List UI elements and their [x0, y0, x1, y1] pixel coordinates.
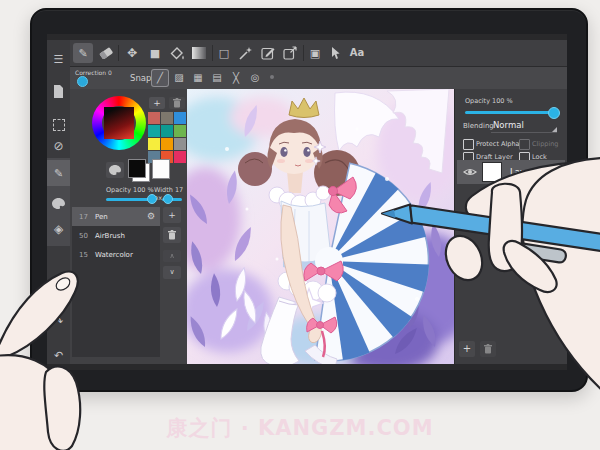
pen-tool-button[interactable]: ✎: [73, 43, 93, 63]
palette-swatch[interactable]: [148, 138, 160, 150]
palette-swatch[interactable]: [174, 125, 186, 137]
edit-button[interactable]: [258, 43, 278, 63]
snap-more-dot[interactable]: [270, 75, 274, 79]
layer-opacity-label: Opacity 100 %: [465, 97, 513, 105]
toolbar-divider: [303, 45, 304, 61]
top-toolbar: ✎ ✥ ■ □: [70, 40, 567, 67]
blending-underline: [491, 132, 557, 133]
export-button[interactable]: [280, 43, 300, 63]
brush-item-pen[interactable]: 17 Pen ⚙: [72, 207, 160, 226]
move-icon: ✥: [127, 47, 137, 59]
snap-hatch-icon: ▨: [174, 73, 183, 83]
snap-vanishing-button[interactable]: ╳: [228, 70, 244, 86]
add-brush-button[interactable]: +: [163, 207, 181, 223]
clipping-checkbox[interactable]: [519, 139, 530, 150]
redo-button[interactable]: ↷: [47, 310, 70, 332]
brush-up-button[interactable]: ∧: [163, 250, 181, 262]
brush-down-button[interactable]: ∨: [163, 266, 181, 279]
brush-width-knob[interactable]: [163, 194, 173, 204]
export-icon: [283, 46, 297, 60]
select-tool-button[interactable]: ■: [145, 43, 165, 63]
toolbar-divider: [212, 45, 213, 61]
correction-indicator[interactable]: [77, 76, 88, 87]
select-panel-button[interactable]: [47, 114, 70, 136]
left-sidebar: ☰ ⊘ ✎ ◈ ↷ ↶: [47, 40, 70, 364]
palette-grid: [148, 112, 188, 163]
chevron-up-icon: ∧: [169, 253, 174, 260]
layer-settings-gear-icon[interactable]: ⚙: [550, 167, 559, 177]
snap-horizontal-button[interactable]: ▤: [209, 70, 225, 86]
app-screen: ✎ ✥ ■ □: [47, 34, 567, 370]
gradient-icon: [192, 47, 206, 59]
protect-alpha-checkbox[interactable]: [463, 139, 474, 150]
palette-swatch[interactable]: [148, 112, 160, 124]
eraser-tool-button[interactable]: [96, 43, 116, 63]
palette-swatch[interactable]: [174, 138, 186, 150]
fill-bucket-button[interactable]: [167, 43, 187, 63]
snap-hlines-icon: ▤: [212, 73, 221, 83]
add-swatch-button[interactable]: +: [149, 97, 165, 109]
brush-item-airbrush[interactable]: 50 AirBrush: [72, 226, 160, 245]
menu-button[interactable]: ☰: [47, 48, 70, 70]
snap-diagonal-icon: ╱: [157, 73, 163, 83]
panels-button[interactable]: ▣: [305, 43, 325, 63]
brush-item-watercolor[interactable]: 15 Watercolor: [72, 245, 160, 264]
snap-radial-button[interactable]: ◎: [247, 70, 263, 86]
snap-radial-icon: ◎: [251, 73, 260, 83]
delete-swatch-button[interactable]: [169, 97, 185, 109]
brush-settings-gear-icon[interactable]: ⚙: [147, 212, 155, 221]
toolbar-divider: [118, 45, 119, 61]
canvas[interactable]: [187, 89, 454, 364]
shape-tool-button[interactable]: □: [214, 43, 234, 63]
palette-swatch[interactable]: [174, 112, 186, 124]
cursor-tool-button[interactable]: [325, 43, 345, 63]
visibility-eye-icon[interactable]: [463, 167, 477, 177]
palette-swatch[interactable]: [148, 125, 160, 137]
layer-row[interactable]: Layer ⚙: [457, 160, 565, 184]
transparent-color-swatch[interactable]: [152, 159, 170, 179]
chevron-down-icon: ∨: [169, 269, 174, 276]
brush-opacity-label: Opacity 100 %: [106, 186, 154, 194]
layer-opacity-slider[interactable]: [465, 111, 557, 114]
brush-name: Pen: [95, 213, 108, 221]
snap-parallel-button[interactable]: ╱: [152, 70, 168, 86]
text-tool-button[interactable]: Aa: [345, 43, 369, 63]
blending-label: Blending: [463, 122, 494, 130]
dropdown-corner-icon[interactable]: [552, 127, 557, 132]
eraser-icon: [99, 47, 113, 59]
deselect-button[interactable]: ⊘: [47, 135, 70, 157]
palette-swatch[interactable]: [174, 151, 186, 163]
palette-icon: [109, 165, 121, 175]
magic-wand-button[interactable]: [236, 43, 256, 63]
redo-icon: ↷: [54, 316, 63, 327]
brush-color-panel: +: [70, 89, 187, 364]
snap-grid-button[interactable]: ▦: [190, 70, 206, 86]
layer-opacity-knob[interactable]: [548, 107, 560, 119]
color-panel-tab[interactable]: [47, 192, 70, 214]
add-layer-button[interactable]: +: [459, 341, 475, 357]
delete-layer-button[interactable]: [480, 341, 496, 357]
text-tool-icon: Aa: [350, 48, 365, 58]
foreground-color-swatch[interactable]: [128, 159, 146, 178]
move-tool-button[interactable]: ✥: [122, 43, 142, 63]
brush-size: 17: [72, 213, 88, 221]
plus-icon: +: [153, 99, 161, 108]
snap-crosshatch-button[interactable]: ▨: [171, 70, 187, 86]
brush-opacity-knob[interactable]: [147, 194, 157, 204]
document-icon: [53, 85, 64, 98]
hsv-square[interactable]: [104, 107, 134, 139]
blending-select[interactable]: Normal: [493, 120, 524, 130]
palette-swatch[interactable]: [161, 112, 173, 124]
undo-button[interactable]: ↶: [47, 344, 70, 366]
gradient-tool-button[interactable]: [189, 43, 209, 63]
snap-grid-icon: ▦: [193, 73, 202, 83]
palette-mode-button[interactable]: [106, 162, 124, 178]
delete-brush-button[interactable]: [163, 227, 181, 243]
layers-panel-tab[interactable]: ◈: [47, 218, 70, 240]
palette-swatch[interactable]: [161, 138, 173, 150]
brush-size: 50: [72, 232, 88, 240]
new-file-button[interactable]: [47, 80, 70, 102]
palette-swatch[interactable]: [161, 125, 173, 137]
scene: ✎ ✥ ■ □: [0, 0, 600, 450]
brush-panel-tab[interactable]: ✎: [47, 162, 70, 184]
